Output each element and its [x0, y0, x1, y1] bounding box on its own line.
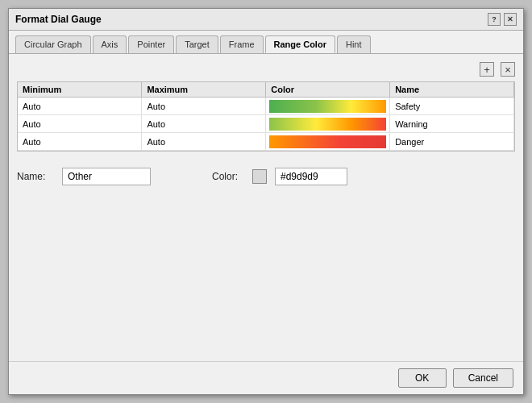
row-2-name: Warning	[390, 115, 514, 133]
form-section: Name: Color:	[17, 168, 515, 185]
col-header-color: Color	[266, 82, 390, 98]
range-color-table: Minimum Maximum Color Name Auto Auto Saf…	[17, 81, 515, 152]
color-section: Color:	[212, 168, 347, 185]
tab-range-color[interactable]: Range Color	[265, 35, 335, 53]
row-1-name: Safety	[390, 98, 514, 115]
col-header-minimum: Minimum	[18, 82, 142, 98]
row-2-minimum: Auto	[18, 115, 142, 133]
remove-row-button[interactable]: ×	[501, 62, 515, 77]
tab-hint[interactable]: Hint	[337, 35, 371, 53]
row-3-name: Danger	[390, 133, 514, 151]
ok-button[interactable]: OK	[398, 368, 447, 388]
color-hex-input[interactable]	[275, 168, 347, 185]
col-header-maximum: Maximum	[142, 82, 266, 98]
row-3-minimum: Auto	[18, 133, 142, 151]
color-safety-block	[269, 100, 386, 113]
row-2-color	[266, 115, 390, 133]
color-warning-block	[269, 118, 386, 131]
title-bar-buttons: ? ✕	[488, 13, 517, 26]
name-input[interactable]	[62, 168, 151, 185]
name-label: Name:	[17, 171, 49, 182]
add-row-button[interactable]: +	[480, 62, 494, 77]
cancel-button[interactable]: Cancel	[453, 368, 513, 388]
table-row[interactable]: Auto Auto Warning	[18, 115, 514, 133]
main-content: + × Minimum Maximum Color Name Auto Aut	[9, 54, 523, 361]
tab-frame[interactable]: Frame	[220, 35, 264, 53]
dialog-title: Format Dial Gauge	[15, 14, 102, 25]
table-toolbar: + ×	[17, 62, 515, 77]
row-1-color	[266, 98, 390, 115]
col-header-name: Name	[390, 82, 514, 98]
row-1-maximum: Auto	[142, 98, 266, 115]
close-button[interactable]: ✕	[504, 13, 517, 26]
tab-target[interactable]: Target	[176, 35, 218, 53]
row-2-maximum: Auto	[142, 115, 266, 133]
tab-axis[interactable]: Axis	[93, 35, 127, 53]
tab-circular-graph[interactable]: Circular Graph	[15, 35, 91, 53]
color-preview-swatch[interactable]	[252, 169, 267, 184]
help-button[interactable]: ?	[488, 13, 501, 26]
dialog: Format Dial Gauge ? ✕ Circular Graph Axi…	[8, 8, 524, 395]
tab-pointer[interactable]: Pointer	[128, 35, 174, 53]
title-bar: Format Dial Gauge ? ✕	[9, 9, 523, 31]
dialog-footer: OK Cancel	[9, 361, 523, 394]
color-label: Color:	[212, 171, 244, 182]
table-row[interactable]: Auto Auto Danger	[18, 133, 514, 151]
table-row[interactable]: Auto Auto Safety	[18, 98, 514, 115]
row-1-minimum: Auto	[18, 98, 142, 115]
row-3-maximum: Auto	[142, 133, 266, 151]
color-danger-block	[269, 135, 386, 148]
tab-bar: Circular Graph Axis Pointer Target Frame…	[9, 31, 523, 54]
row-3-color	[266, 133, 390, 151]
